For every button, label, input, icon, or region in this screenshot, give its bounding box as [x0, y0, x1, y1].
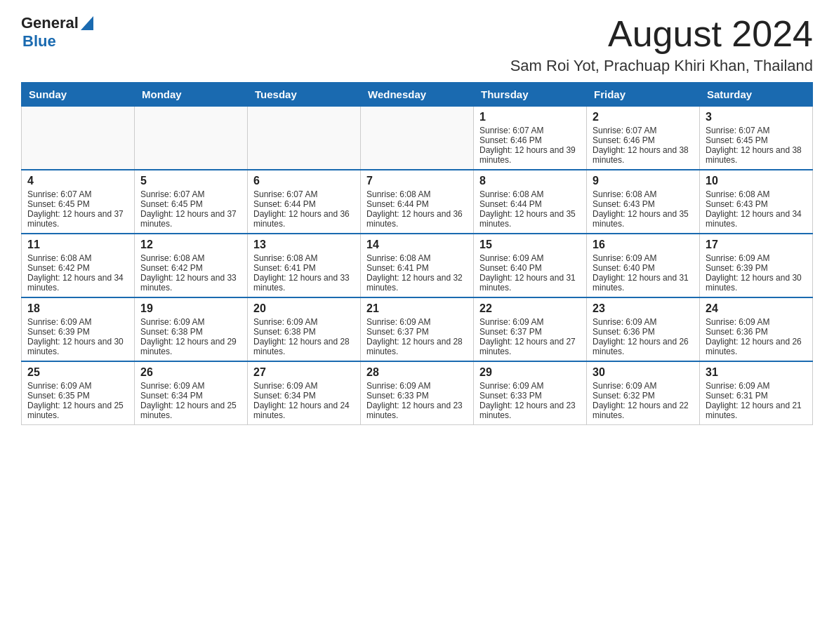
sunset-info: Sunset: 6:36 PM: [706, 327, 807, 337]
sunset-info: Sunset: 6:45 PM: [706, 135, 807, 145]
logo-triangle-icon: [81, 16, 93, 30]
weekday-header-saturday: Saturday: [700, 83, 813, 107]
calendar-cell: 27Sunrise: 6:09 AMSunset: 6:34 PMDayligh…: [248, 361, 361, 425]
sunset-info: Sunset: 6:40 PM: [593, 263, 694, 273]
day-number: 2: [593, 111, 694, 123]
daylight-info: Daylight: 12 hours and 31 minutes.: [593, 273, 694, 293]
day-number: 16: [593, 239, 694, 251]
sunset-info: Sunset: 6:41 PM: [366, 263, 468, 273]
calendar-header-row: SundayMondayTuesdayWednesdayThursdayFrid…: [22, 83, 813, 107]
calendar-cell: 26Sunrise: 6:09 AMSunset: 6:34 PMDayligh…: [135, 361, 248, 425]
page-title: August 2024: [510, 14, 813, 54]
weekday-header-tuesday: Tuesday: [248, 83, 361, 107]
sunrise-info: Sunrise: 6:08 AM: [479, 189, 581, 199]
daylight-info: Daylight: 12 hours and 24 minutes.: [253, 401, 355, 420]
calendar-cell: 31Sunrise: 6:09 AMSunset: 6:31 PMDayligh…: [700, 361, 813, 425]
calendar-cell: 1Sunrise: 6:07 AMSunset: 6:46 PMDaylight…: [474, 107, 587, 170]
day-number: 13: [253, 239, 355, 251]
sunrise-info: Sunrise: 6:08 AM: [366, 253, 468, 263]
sunset-info: Sunset: 6:39 PM: [27, 327, 128, 337]
daylight-info: Daylight: 12 hours and 25 minutes.: [27, 401, 128, 420]
sunrise-info: Sunrise: 6:08 AM: [706, 189, 807, 199]
sunrise-info: Sunrise: 6:09 AM: [593, 381, 694, 391]
sunset-info: Sunset: 6:46 PM: [479, 135, 581, 145]
sunset-info: Sunset: 6:41 PM: [253, 263, 355, 273]
daylight-info: Daylight: 12 hours and 25 minutes.: [140, 401, 241, 420]
sunrise-info: Sunrise: 6:08 AM: [27, 253, 128, 263]
sunrise-info: Sunrise: 6:09 AM: [706, 253, 807, 263]
sunset-info: Sunset: 6:43 PM: [593, 199, 694, 209]
calendar-cell: 7Sunrise: 6:08 AMSunset: 6:44 PMDaylight…: [361, 170, 474, 234]
calendar-cell: 13Sunrise: 6:08 AMSunset: 6:41 PMDayligh…: [248, 234, 361, 297]
day-number: 12: [140, 239, 241, 251]
sunset-info: Sunset: 6:37 PM: [366, 327, 468, 337]
day-number: 20: [253, 302, 355, 315]
sunrise-info: Sunrise: 6:09 AM: [479, 317, 581, 327]
daylight-info: Daylight: 12 hours and 28 minutes.: [366, 337, 468, 356]
day-number: 9: [593, 175, 694, 187]
calendar-cell: 23Sunrise: 6:09 AMSunset: 6:36 PMDayligh…: [587, 297, 700, 361]
daylight-info: Daylight: 12 hours and 21 minutes.: [706, 401, 807, 420]
daylight-info: Daylight: 12 hours and 32 minutes.: [366, 273, 468, 293]
day-number: 26: [140, 366, 241, 379]
sunset-info: Sunset: 6:31 PM: [706, 391, 807, 401]
calendar-body: 1Sunrise: 6:07 AMSunset: 6:46 PMDaylight…: [22, 107, 813, 425]
calendar-cell: 6Sunrise: 6:07 AMSunset: 6:44 PMDaylight…: [248, 170, 361, 234]
day-number: 8: [479, 175, 581, 187]
sunrise-info: Sunrise: 6:09 AM: [706, 317, 807, 327]
day-number: 14: [366, 239, 468, 251]
sunset-info: Sunset: 6:37 PM: [479, 327, 581, 337]
sunrise-info: Sunrise: 6:09 AM: [140, 381, 241, 391]
calendar-cell: 21Sunrise: 6:09 AMSunset: 6:37 PMDayligh…: [361, 297, 474, 361]
daylight-info: Daylight: 12 hours and 39 minutes.: [479, 145, 581, 165]
calendar-cell: [135, 107, 248, 170]
calendar-cell: 22Sunrise: 6:09 AMSunset: 6:37 PMDayligh…: [474, 297, 587, 361]
daylight-info: Daylight: 12 hours and 23 minutes.: [479, 401, 581, 420]
calendar-cell: 15Sunrise: 6:09 AMSunset: 6:40 PMDayligh…: [474, 234, 587, 297]
sunrise-info: Sunrise: 6:09 AM: [253, 317, 355, 327]
sunrise-info: Sunrise: 6:08 AM: [140, 253, 241, 263]
sunrise-info: Sunrise: 6:08 AM: [593, 189, 694, 199]
sunrise-info: Sunrise: 6:09 AM: [593, 253, 694, 263]
sunset-info: Sunset: 6:33 PM: [479, 391, 581, 401]
calendar-cell: [361, 107, 474, 170]
daylight-info: Daylight: 12 hours and 34 minutes.: [27, 273, 128, 293]
sunrise-info: Sunrise: 6:09 AM: [479, 381, 581, 391]
calendar-table: SundayMondayTuesdayWednesdayThursdayFrid…: [21, 82, 813, 425]
calendar-cell: 28Sunrise: 6:09 AMSunset: 6:33 PMDayligh…: [361, 361, 474, 425]
sunset-info: Sunset: 6:36 PM: [593, 327, 694, 337]
sunrise-info: Sunrise: 6:09 AM: [593, 317, 694, 327]
daylight-info: Daylight: 12 hours and 28 minutes.: [253, 337, 355, 356]
day-number: 27: [253, 366, 355, 379]
calendar-cell: 10Sunrise: 6:08 AMSunset: 6:43 PMDayligh…: [700, 170, 813, 234]
day-number: 29: [479, 366, 581, 379]
sunset-info: Sunset: 6:35 PM: [27, 391, 128, 401]
sunset-info: Sunset: 6:38 PM: [140, 327, 241, 337]
day-number: 3: [706, 111, 807, 123]
sunset-info: Sunset: 6:43 PM: [706, 199, 807, 209]
sunrise-info: Sunrise: 6:07 AM: [253, 189, 355, 199]
daylight-info: Daylight: 12 hours and 26 minutes.: [706, 337, 807, 356]
day-number: 6: [253, 175, 355, 187]
sunrise-info: Sunrise: 6:09 AM: [140, 317, 241, 327]
calendar-cell: 3Sunrise: 6:07 AMSunset: 6:45 PMDaylight…: [700, 107, 813, 170]
logo-text-blue: Blue: [21, 32, 56, 50]
title-block: August 2024 Sam Roi Yot, Prachuap Khiri …: [510, 14, 813, 75]
calendar-cell: 30Sunrise: 6:09 AMSunset: 6:32 PMDayligh…: [587, 361, 700, 425]
sunset-info: Sunset: 6:40 PM: [479, 263, 581, 273]
calendar-cell: 24Sunrise: 6:09 AMSunset: 6:36 PMDayligh…: [700, 297, 813, 361]
calendar-cell: 18Sunrise: 6:09 AMSunset: 6:39 PMDayligh…: [22, 297, 135, 361]
daylight-info: Daylight: 12 hours and 35 minutes.: [593, 209, 694, 229]
sunrise-info: Sunrise: 6:07 AM: [479, 126, 581, 135]
calendar-cell: [248, 107, 361, 170]
sunrise-info: Sunrise: 6:08 AM: [253, 253, 355, 263]
sunrise-info: Sunrise: 6:09 AM: [27, 317, 128, 327]
calendar-cell: 5Sunrise: 6:07 AMSunset: 6:45 PMDaylight…: [135, 170, 248, 234]
calendar-cell: 25Sunrise: 6:09 AMSunset: 6:35 PMDayligh…: [22, 361, 135, 425]
sunset-info: Sunset: 6:33 PM: [366, 391, 468, 401]
sunrise-info: Sunrise: 6:07 AM: [140, 189, 241, 199]
daylight-info: Daylight: 12 hours and 30 minutes.: [706, 273, 807, 293]
daylight-info: Daylight: 12 hours and 31 minutes.: [479, 273, 581, 293]
sunset-info: Sunset: 6:39 PM: [706, 263, 807, 273]
sunrise-info: Sunrise: 6:09 AM: [27, 381, 128, 391]
